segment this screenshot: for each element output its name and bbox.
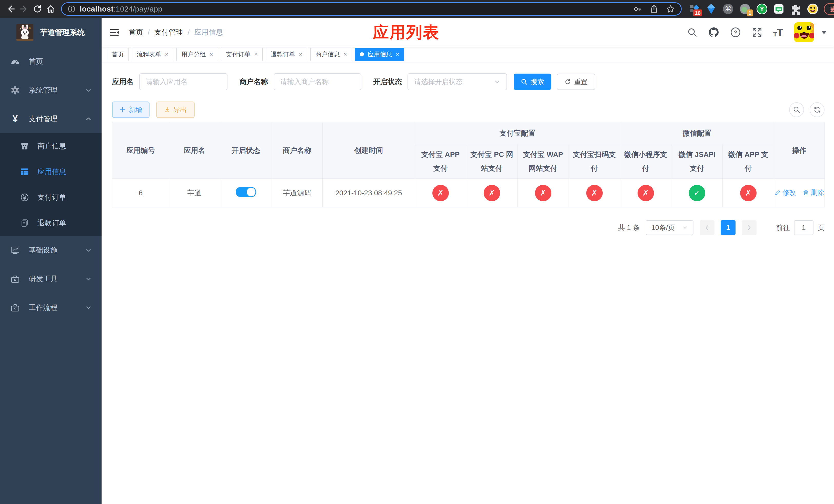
col-header-alipay-wap: 支付宝 WAP 网站支付 <box>518 144 569 179</box>
coin-yen-icon <box>20 193 29 202</box>
chevron-down-icon <box>86 276 91 282</box>
tab-process-form[interactable]: 流程表单× <box>132 48 173 61</box>
reset-button[interactable]: 重置 <box>557 74 595 90</box>
sidebar-item-merchant-info[interactable]: 商户信息 <box>0 133 102 159</box>
sidebar-logo[interactable]: 芋道管理系统 <box>0 18 102 47</box>
site-info-icon[interactable] <box>67 5 76 13</box>
browser-update-button[interactable]: 更新 <box>824 3 834 15</box>
extension-badge: 10 <box>693 9 702 17</box>
col-group-alipay: 支付宝配置 <box>415 122 620 144</box>
goto-page-input[interactable] <box>794 220 813 235</box>
status-disabled-icon: ✗ <box>432 185 449 201</box>
app-title: 芋道管理系统 <box>40 27 85 38</box>
breadcrumb-payment[interactable]: 支付管理 <box>154 27 183 37</box>
fullscreen-icon[interactable] <box>752 27 763 38</box>
status-disabled-icon: ✗ <box>638 185 654 201</box>
close-icon[interactable]: × <box>299 51 302 58</box>
github-icon[interactable] <box>708 27 719 38</box>
extension-chat-icon[interactable] <box>773 3 785 15</box>
add-button[interactable]: 新增 <box>112 101 150 118</box>
sidebar-item-home[interactable]: 首页 <box>0 47 102 76</box>
user-avatar[interactable] <box>794 22 814 42</box>
app-name-input[interactable] <box>139 73 227 90</box>
extension-emoji-icon[interactable] <box>807 3 819 15</box>
breadcrumb-home[interactable]: 首页 <box>129 27 143 37</box>
help-icon[interactable]: ? <box>730 27 741 38</box>
sidebar-item-label: 支付订单 <box>38 192 66 202</box>
breadcrumb-current: 应用信息 <box>194 27 223 37</box>
merchant-name-input[interactable] <box>273 73 361 90</box>
sidebar-item-label: 应用信息 <box>38 167 66 177</box>
table-toolbar: 新增 导出 <box>112 101 825 118</box>
export-button[interactable]: 导出 <box>156 101 195 118</box>
toolbox-icon <box>10 303 20 312</box>
sidebar-item-label: 首页 <box>29 56 43 66</box>
page-number-1[interactable]: 1 <box>721 220 736 235</box>
tab-app-info-active[interactable]: 应用信息× <box>355 48 404 61</box>
share-icon[interactable] <box>650 5 658 13</box>
page-size-select[interactable]: 10条/页 <box>646 220 694 235</box>
browser-home-button[interactable] <box>44 2 58 16</box>
cell-app-name: 芋道 <box>169 179 220 207</box>
search-button[interactable]: 搜索 <box>514 74 551 90</box>
extension-yudao-icon[interactable]: Y <box>756 3 768 15</box>
browser-back-button[interactable] <box>4 2 18 16</box>
tab-merchant-info[interactable]: 商户信息× <box>310 48 352 61</box>
browser-reload-button[interactable] <box>31 2 44 16</box>
sidebar-item-label: 工作流程 <box>29 303 58 313</box>
goto-unit: 页 <box>818 223 825 232</box>
extension-boards-icon[interactable]: 10 <box>688 3 700 15</box>
sidebar-item-dev-tools[interactable]: 研发工具 <box>0 265 102 293</box>
refresh-table-button[interactable] <box>810 102 825 117</box>
password-key-icon[interactable] <box>633 5 642 13</box>
user-menu-caret-icon[interactable] <box>821 31 827 34</box>
tab-user-group[interactable]: 用户分组× <box>176 48 218 61</box>
app-table: 应用编号 应用名 开启状态 商户名称 创建时间 支付宝配置 微信配置 操作 支付… <box>112 122 825 207</box>
payment-submenu: 商户信息 应用信息 支付订单 退款订单 <box>0 133 102 236</box>
status-disabled-icon: ✗ <box>586 185 603 201</box>
extension-kite-icon[interactable] <box>705 3 717 15</box>
extension-recorder-icon[interactable]: 1 <box>739 3 751 15</box>
browser-forward-button[interactable] <box>18 2 31 16</box>
next-page-button[interactable] <box>742 220 756 235</box>
sidebar-item-workflow[interactable]: 工作流程 <box>0 293 102 322</box>
col-header-app-name: 应用名 <box>169 122 220 179</box>
dashboard-icon <box>10 57 20 66</box>
sidebar-item-app-info[interactable]: 应用信息 <box>0 159 102 185</box>
chevron-up-icon <box>86 116 91 122</box>
status-toggle[interactable] <box>236 187 256 197</box>
font-size-icon[interactable]: TT <box>773 27 783 38</box>
sidebar-item-system[interactable]: 系统管理 <box>0 76 102 105</box>
close-icon[interactable]: × <box>344 51 347 58</box>
extensions-puzzle-icon[interactable] <box>790 3 802 15</box>
close-icon[interactable]: × <box>396 51 399 58</box>
tab-payment-orders[interactable]: 支付订单× <box>221 48 263 61</box>
toolbox-icon <box>10 274 20 283</box>
status-select[interactable]: 请选择开启状态 <box>408 73 507 90</box>
delete-link[interactable]: 删除 <box>803 188 824 197</box>
col-header-app-id: 应用编号 <box>112 122 169 179</box>
address-bar[interactable]: localhost:1024/pay/app <box>61 2 682 16</box>
edit-link[interactable]: 修改 <box>774 188 796 197</box>
close-icon[interactable]: × <box>165 51 169 58</box>
sidebar-item-payment-orders[interactable]: 支付订单 <box>0 185 102 210</box>
tab-home[interactable]: 首页 <box>107 48 129 61</box>
col-header-wechat-jsapi: 微信 JSAPI 支付 <box>672 144 723 179</box>
sidebar-item-infrastructure[interactable]: 基础设施 <box>0 236 102 265</box>
prev-page-button[interactable] <box>700 220 715 235</box>
sidebar-item-payment[interactable]: ¥ 支付管理 <box>0 105 102 133</box>
active-dot <box>360 52 364 56</box>
header-search-icon[interactable] <box>687 27 697 38</box>
close-icon[interactable]: × <box>254 51 258 58</box>
cell-created: 2021-10-23 08:49:25 <box>323 179 415 207</box>
close-icon[interactable]: × <box>210 51 213 58</box>
show-search-toggle-button[interactable] <box>789 102 804 117</box>
tags-view-bar: 首页 流程表单× 用户分组× 支付订单× 退款订单× 商户信息× 应用信息× <box>102 47 834 62</box>
col-header-merchant: 商户名称 <box>272 122 323 179</box>
tab-refund-orders[interactable]: 退款订单× <box>266 48 307 61</box>
bookmark-star-icon[interactable] <box>666 4 675 14</box>
extension-command-icon[interactable]: ⌘ <box>722 3 734 15</box>
col-header-wechat-app: 微信 APP 支付 <box>723 144 774 179</box>
sidebar-collapse-icon[interactable] <box>102 18 127 47</box>
sidebar-item-refund-orders[interactable]: 退款订单 <box>0 210 102 236</box>
